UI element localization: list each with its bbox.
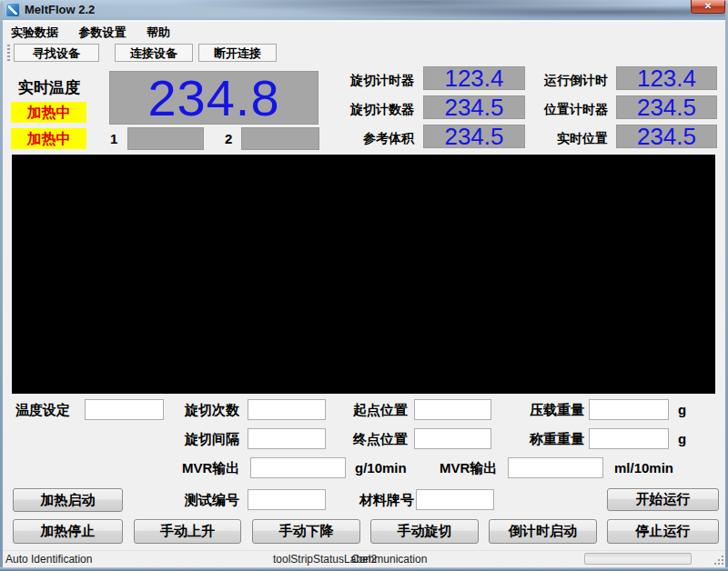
load-weight-label: 压载重量 — [530, 402, 584, 419]
material-grade-label: 材料牌号 — [359, 492, 414, 509]
weigh-weight-input[interactable] — [589, 428, 669, 449]
manual-up-button[interactable]: 手动上升 — [134, 519, 241, 544]
countdown-start-button[interactable]: 倒计时启动 — [489, 519, 597, 544]
status-auto-identification: Auto Identification — [5, 553, 92, 566]
run-countdown-label: 运行倒计时 — [521, 73, 608, 89]
heat-stop-button[interactable]: 加热停止 — [13, 519, 123, 544]
close-icon: ✕ — [704, 1, 712, 11]
channel-2-label: 2 — [225, 131, 232, 146]
run-countdown-value: 123.4 — [616, 66, 717, 90]
menu-bar: 实验数据 参数设置 帮助 — [3, 21, 725, 41]
material-grade-input[interactable] — [416, 489, 494, 510]
resize-grip[interactable] — [713, 555, 715, 556]
window-title: MeltFlow 2.2 — [25, 3, 95, 16]
channel-1-display — [127, 127, 204, 150]
toolbar-grip-icon — [7, 45, 10, 61]
menu-item-help[interactable]: 帮助 — [138, 22, 178, 42]
window-border-left — [0, 0, 3, 571]
load-weight-unit: g — [678, 402, 686, 417]
mvr-volume-unit: ml/10min — [614, 460, 673, 476]
plot-area — [12, 155, 715, 394]
realtime-position-value: 234.5 — [616, 125, 717, 148]
end-pos-input[interactable] — [414, 428, 491, 449]
window-border-bottom — [0, 567, 728, 571]
test-no-label: 测试编号 — [185, 492, 239, 509]
weigh-weight-unit: g — [678, 431, 686, 446]
manual-down-button[interactable]: 手动下降 — [252, 519, 360, 544]
weigh-weight-label: 称重重量 — [530, 431, 584, 448]
run-stop-button[interactable]: 停止运行 — [607, 519, 719, 544]
menu-item-parameter-settings[interactable]: 参数设置 — [70, 22, 134, 42]
channel-2-display — [241, 127, 319, 150]
start-pos-label: 起点位置 — [353, 402, 408, 419]
cut-interval-label: 旋切间隔 — [185, 431, 239, 448]
run-start-button[interactable]: 开始运行 — [607, 488, 719, 511]
disconnect-device-button[interactable]: 断开连接 — [198, 44, 277, 62]
find-device-button[interactable]: 寻找设备 — [14, 44, 99, 62]
mvr-volume-input[interactable] — [508, 457, 603, 478]
temp-display: 234.8 — [109, 71, 318, 125]
realtime-position-label: 实时位置 — [521, 131, 608, 147]
connect-device-button[interactable]: 连接设备 — [115, 44, 193, 62]
mvr-volume-label: MVR输出 — [440, 460, 497, 477]
cut-timer-value: 123.4 — [423, 66, 525, 90]
cut-counter-label: 旋切计数器 — [328, 102, 414, 118]
status-progress-bar — [584, 553, 692, 565]
cut-times-input[interactable] — [248, 399, 326, 420]
realtime-temp-label: 实时温度 — [18, 77, 80, 98]
cut-interval-input[interactable] — [248, 428, 326, 449]
heating-status-2: 加热中 — [11, 128, 86, 149]
mvr-mass-unit: g/10min — [355, 460, 407, 476]
toolbar — [3, 41, 725, 64]
position-timer-label: 位置计时器 — [521, 102, 608, 118]
temp-set-input[interactable] — [85, 399, 164, 420]
close-button[interactable]: ✕ — [691, 0, 725, 14]
temp-set-label: 温度设定 — [15, 402, 70, 419]
menu-item-experiment-data[interactable]: 实验数据 — [3, 22, 66, 42]
channel-1-label: 1 — [110, 131, 117, 146]
title-bar[interactable]: MeltFlow 2.2 ✕ — [0, 0, 728, 20]
cut-timer-label: 旋切计时器 — [328, 73, 414, 89]
position-timer-value: 234.5 — [616, 95, 717, 119]
app-window: MeltFlow 2.2 ✕ 实验数据 参数设置 帮助 寻找设备 连接设备 断开… — [0, 0, 728, 571]
reference-volume-label: 参考体积 — [328, 131, 414, 147]
cut-counter-value: 234.5 — [423, 95, 525, 119]
mvr-mass-label: MVR输出 — [182, 460, 239, 477]
manual-cut-button[interactable]: 手动旋切 — [370, 519, 479, 544]
app-icon — [5, 3, 20, 17]
status-communication: Communication — [351, 553, 427, 566]
heating-status-1: 加热中 — [11, 102, 86, 123]
reference-volume-value: 234.5 — [423, 125, 525, 148]
end-pos-label: 终点位置 — [353, 431, 408, 448]
heat-start-button[interactable]: 加热启动 — [13, 488, 123, 512]
load-weight-input[interactable] — [589, 399, 669, 420]
cut-times-label: 旋切次数 — [185, 402, 239, 419]
mvr-mass-input[interactable] — [250, 457, 346, 478]
test-no-input[interactable] — [248, 489, 326, 510]
start-pos-input[interactable] — [414, 399, 491, 420]
